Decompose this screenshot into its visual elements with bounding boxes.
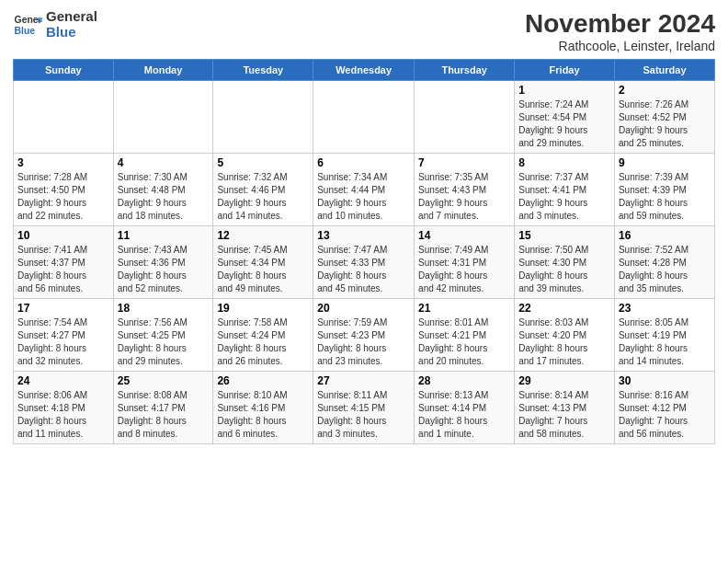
calendar-cell: 27Sunrise: 8:11 AM Sunset: 4:15 PM Dayli… <box>313 372 415 444</box>
day-number: 8 <box>518 156 610 169</box>
day-info: Sunrise: 7:35 AM Sunset: 4:43 PM Dayligh… <box>418 171 510 223</box>
day-number: 30 <box>619 374 711 387</box>
day-number: 10 <box>17 229 109 242</box>
day-number: 18 <box>118 302 210 315</box>
day-number: 5 <box>217 156 309 169</box>
day-number: 28 <box>418 374 510 387</box>
calendar-cell: 6Sunrise: 7:34 AM Sunset: 4:44 PM Daylig… <box>313 154 415 226</box>
page-subtitle: Rathcoole, Leinster, Ireland <box>525 39 715 53</box>
logo-line2: Blue <box>46 25 97 40</box>
day-number: 11 <box>118 229 210 242</box>
day-number: 9 <box>619 156 711 169</box>
day-number: 1 <box>518 84 610 97</box>
day-info: Sunrise: 8:16 AM Sunset: 4:12 PM Dayligh… <box>619 389 711 441</box>
day-info: Sunrise: 7:34 AM Sunset: 4:44 PM Dayligh… <box>317 171 410 223</box>
calendar-cell: 7Sunrise: 7:35 AM Sunset: 4:43 PM Daylig… <box>415 154 515 226</box>
day-number: 26 <box>217 374 309 387</box>
day-info: Sunrise: 7:28 AM Sunset: 4:50 PM Dayligh… <box>17 171 109 223</box>
day-info: Sunrise: 8:05 AM Sunset: 4:19 PM Dayligh… <box>619 316 711 368</box>
day-info: Sunrise: 7:58 AM Sunset: 4:24 PM Dayligh… <box>217 316 309 368</box>
calendar-cell: 26Sunrise: 8:10 AM Sunset: 4:16 PM Dayli… <box>213 372 313 444</box>
calendar-cell: 13Sunrise: 7:47 AM Sunset: 4:33 PM Dayli… <box>313 226 415 299</box>
calendar-cell: 28Sunrise: 8:13 AM Sunset: 4:14 PM Dayli… <box>415 372 515 444</box>
day-info: Sunrise: 7:54 AM Sunset: 4:27 PM Dayligh… <box>17 316 109 368</box>
day-info: Sunrise: 7:56 AM Sunset: 4:25 PM Dayligh… <box>118 316 210 368</box>
calendar-cell: 20Sunrise: 7:59 AM Sunset: 4:23 PM Dayli… <box>313 299 415 372</box>
day-info: Sunrise: 7:37 AM Sunset: 4:41 PM Dayligh… <box>518 171 610 223</box>
day-number: 22 <box>518 302 610 315</box>
calendar-cell: 15Sunrise: 7:50 AM Sunset: 4:30 PM Dayli… <box>515 226 615 299</box>
day-number: 12 <box>217 229 309 242</box>
calendar-cell <box>14 81 114 154</box>
calendar-cell: 19Sunrise: 7:58 AM Sunset: 4:24 PM Dayli… <box>213 299 313 372</box>
day-info: Sunrise: 8:11 AM Sunset: 4:15 PM Dayligh… <box>317 389 410 441</box>
day-info: Sunrise: 7:24 AM Sunset: 4:54 PM Dayligh… <box>518 98 610 150</box>
calendar-week-1: 3Sunrise: 7:28 AM Sunset: 4:50 PM Daylig… <box>14 154 715 226</box>
day-info: Sunrise: 7:49 AM Sunset: 4:31 PM Dayligh… <box>418 244 510 295</box>
day-info: Sunrise: 7:45 AM Sunset: 4:34 PM Dayligh… <box>217 244 309 295</box>
day-number: 2 <box>619 84 711 97</box>
day-number: 20 <box>317 302 410 315</box>
day-number: 23 <box>619 302 711 315</box>
day-info: Sunrise: 7:52 AM Sunset: 4:28 PM Dayligh… <box>619 244 711 295</box>
svg-text:Blue: Blue <box>15 25 36 35</box>
day-number: 16 <box>619 229 711 242</box>
day-info: Sunrise: 7:47 AM Sunset: 4:33 PM Dayligh… <box>317 244 410 295</box>
calendar-cell: 23Sunrise: 8:05 AM Sunset: 4:19 PM Dayli… <box>614 299 714 372</box>
calendar-cell: 29Sunrise: 8:14 AM Sunset: 4:13 PM Dayli… <box>515 372 615 444</box>
calendar-table: Sunday Monday Tuesday Wednesday Thursday… <box>13 59 715 444</box>
title-block: November 2024 Rathcoole, Leinster, Irela… <box>525 9 715 53</box>
calendar-cell: 5Sunrise: 7:32 AM Sunset: 4:46 PM Daylig… <box>213 154 313 226</box>
calendar-cell: 8Sunrise: 7:37 AM Sunset: 4:41 PM Daylig… <box>515 154 615 226</box>
calendar-cell: 24Sunrise: 8:06 AM Sunset: 4:18 PM Dayli… <box>14 372 114 444</box>
header-thursday: Thursday <box>415 60 515 81</box>
day-number: 4 <box>118 156 210 169</box>
header-tuesday: Tuesday <box>213 60 313 81</box>
calendar-cell: 9Sunrise: 7:39 AM Sunset: 4:39 PM Daylig… <box>614 154 714 226</box>
calendar-week-0: 1Sunrise: 7:24 AM Sunset: 4:54 PM Daylig… <box>14 81 715 154</box>
calendar-cell <box>113 81 213 154</box>
header: General Blue General Blue November 2024 … <box>13 9 715 53</box>
day-info: Sunrise: 8:08 AM Sunset: 4:17 PM Dayligh… <box>118 389 210 441</box>
day-number: 15 <box>518 229 610 242</box>
calendar-week-2: 10Sunrise: 7:41 AM Sunset: 4:37 PM Dayli… <box>14 226 715 299</box>
day-info: Sunrise: 7:41 AM Sunset: 4:37 PM Dayligh… <box>17 244 109 295</box>
day-info: Sunrise: 8:14 AM Sunset: 4:13 PM Dayligh… <box>518 389 610 441</box>
day-info: Sunrise: 7:26 AM Sunset: 4:52 PM Dayligh… <box>619 98 711 150</box>
day-number: 24 <box>17 374 109 387</box>
calendar-cell: 16Sunrise: 7:52 AM Sunset: 4:28 PM Dayli… <box>614 226 714 299</box>
day-info: Sunrise: 8:13 AM Sunset: 4:14 PM Dayligh… <box>418 389 510 441</box>
day-number: 13 <box>317 229 410 242</box>
header-friday: Friday <box>515 60 615 81</box>
calendar-cell: 1Sunrise: 7:24 AM Sunset: 4:54 PM Daylig… <box>515 81 615 154</box>
calendar-week-4: 24Sunrise: 8:06 AM Sunset: 4:18 PM Dayli… <box>14 372 715 444</box>
day-info: Sunrise: 7:50 AM Sunset: 4:30 PM Dayligh… <box>518 244 610 295</box>
calendar-cell: 21Sunrise: 8:01 AM Sunset: 4:21 PM Dayli… <box>415 299 515 372</box>
calendar-cell <box>415 81 515 154</box>
calendar-week-3: 17Sunrise: 7:54 AM Sunset: 4:27 PM Dayli… <box>14 299 715 372</box>
calendar-cell: 25Sunrise: 8:08 AM Sunset: 4:17 PM Dayli… <box>113 372 213 444</box>
header-sunday: Sunday <box>14 60 114 81</box>
calendar-cell: 30Sunrise: 8:16 AM Sunset: 4:12 PM Dayli… <box>614 372 714 444</box>
logo-icon: General Blue <box>13 10 42 40</box>
day-info: Sunrise: 7:30 AM Sunset: 4:48 PM Dayligh… <box>118 171 210 223</box>
logo-line1: General <box>46 9 97 25</box>
calendar-cell: 2Sunrise: 7:26 AM Sunset: 4:52 PM Daylig… <box>614 81 714 154</box>
calendar-cell: 12Sunrise: 7:45 AM Sunset: 4:34 PM Dayli… <box>213 226 313 299</box>
day-number: 6 <box>317 156 410 169</box>
day-info: Sunrise: 7:59 AM Sunset: 4:23 PM Dayligh… <box>317 316 410 368</box>
logo: General Blue General Blue <box>13 9 97 40</box>
header-wednesday: Wednesday <box>313 60 415 81</box>
calendar-cell: 10Sunrise: 7:41 AM Sunset: 4:37 PM Dayli… <box>14 226 114 299</box>
calendar-header-row: Sunday Monday Tuesday Wednesday Thursday… <box>14 60 715 81</box>
calendar-cell: 22Sunrise: 8:03 AM Sunset: 4:20 PM Dayli… <box>515 299 615 372</box>
calendar-cell: 3Sunrise: 7:28 AM Sunset: 4:50 PM Daylig… <box>14 154 114 226</box>
day-number: 27 <box>317 374 410 387</box>
calendar-cell <box>213 81 313 154</box>
calendar-cell: 11Sunrise: 7:43 AM Sunset: 4:36 PM Dayli… <box>113 226 213 299</box>
day-number: 7 <box>418 156 510 169</box>
calendar-cell <box>313 81 415 154</box>
calendar-cell: 17Sunrise: 7:54 AM Sunset: 4:27 PM Dayli… <box>14 299 114 372</box>
page-title: November 2024 <box>525 9 715 39</box>
day-info: Sunrise: 7:32 AM Sunset: 4:46 PM Dayligh… <box>217 171 309 223</box>
